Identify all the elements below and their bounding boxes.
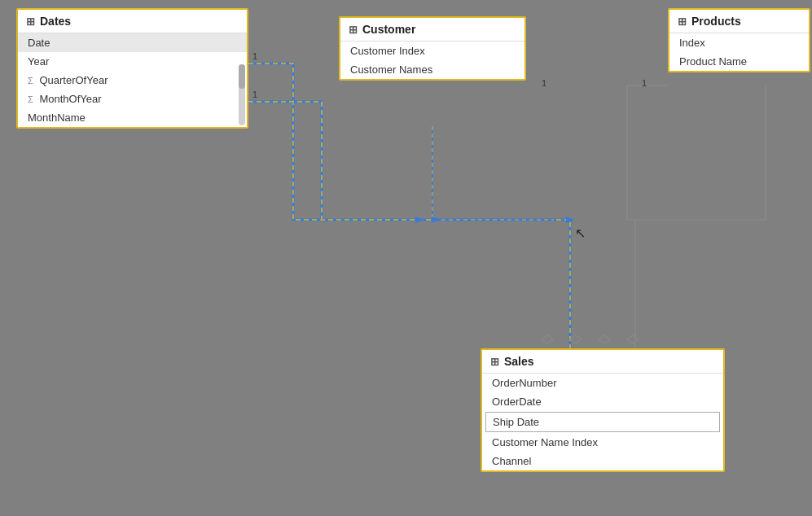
table-row[interactable]: Date — [18, 33, 247, 52]
table-row[interactable]: Channel — [482, 452, 723, 470]
table-icon-customer: ⊞ — [349, 24, 358, 36]
field-label: Channel — [492, 455, 531, 467]
field-label: Date — [28, 37, 50, 49]
products-table-title: Products — [691, 15, 741, 28]
field-label: Product Name — [679, 55, 747, 68]
dates-table: ⊞ Dates Date Year Σ QuarterOfYear Σ Mont… — [16, 8, 248, 129]
table-row-shipdate[interactable]: Ship Date — [485, 412, 720, 432]
table-icon-dates: ⊞ — [26, 15, 35, 28]
table-row[interactable]: Product Name — [669, 52, 809, 71]
sales-table: ⊞ Sales OrderNumber OrderDate Ship Date … — [481, 348, 725, 472]
field-label: MonthName — [28, 112, 86, 124]
sigma-icon: Σ — [28, 76, 33, 85]
table-row[interactable]: Σ MonthOfYear — [18, 90, 247, 108]
table-row[interactable]: Index — [669, 33, 809, 52]
table-row[interactable]: MonthName — [18, 108, 247, 127]
table-icon-products: ⊞ — [678, 15, 687, 28]
sigma-icon: Σ — [28, 94, 33, 104]
customer-table: ⊞ Customer Customer Index Customer Names — [339, 16, 526, 81]
svg-text:1: 1 — [642, 78, 647, 88]
svg-text:1: 1 — [252, 51, 257, 61]
table-row[interactable]: Customer Name Index — [482, 433, 723, 452]
svg-marker-10 — [627, 335, 639, 343]
field-label: QuarterOfYear — [39, 74, 108, 86]
table-icon-sales: ⊞ — [490, 356, 499, 368]
field-label: Index — [679, 37, 705, 49]
sales-table-body: OrderNumber OrderDate Ship Date Customer… — [482, 374, 723, 470]
scrollbar-track[interactable] — [239, 64, 245, 125]
products-table-body: Index Product Name — [669, 33, 809, 71]
field-label: Year — [28, 55, 49, 68]
scrollbar-thumb[interactable] — [239, 64, 245, 89]
sales-table-title: Sales — [504, 355, 534, 368]
svg-marker-6 — [566, 216, 574, 223]
field-label: Customer Name Index — [492, 436, 598, 448]
dates-table-body: Date Year Σ QuarterOfYear Σ MonthOfYear … — [18, 33, 247, 127]
field-label: Customer Names — [350, 63, 432, 76]
svg-text:↖: ↖ — [575, 226, 586, 240]
customer-table-title: Customer — [362, 23, 415, 36]
table-row[interactable]: Customer Index — [340, 42, 525, 60]
table-row[interactable]: Year — [18, 52, 247, 71]
svg-marker-8 — [570, 335, 582, 343]
svg-text:1: 1 — [542, 78, 546, 88]
table-row[interactable]: OrderNumber — [482, 374, 723, 392]
svg-marker-5 — [432, 216, 440, 223]
table-row[interactable]: Customer Names — [340, 60, 525, 79]
products-table: ⊞ Products Index Product Name — [668, 8, 810, 72]
field-label: MonthOfYear — [39, 93, 101, 105]
sales-table-header: ⊞ Sales — [482, 350, 723, 374]
dates-table-header: ⊞ Dates — [18, 10, 247, 33]
customer-table-header: ⊞ Customer — [340, 18, 525, 42]
table-row[interactable]: OrderDate — [482, 392, 723, 411]
svg-text:1: 1 — [252, 90, 257, 99]
svg-marker-7 — [542, 335, 553, 343]
svg-marker-9 — [599, 335, 610, 343]
svg-marker-4 — [415, 216, 424, 223]
field-label: Ship Date — [493, 416, 539, 428]
field-label: Customer Index — [350, 45, 425, 57]
field-label: OrderNumber — [492, 377, 556, 389]
customer-table-body: Customer Index Customer Names — [340, 42, 525, 79]
field-label: OrderDate — [492, 396, 542, 408]
table-row[interactable]: Σ QuarterOfYear — [18, 71, 247, 90]
products-table-header: ⊞ Products — [669, 10, 809, 33]
dates-table-title: Dates — [40, 15, 71, 28]
